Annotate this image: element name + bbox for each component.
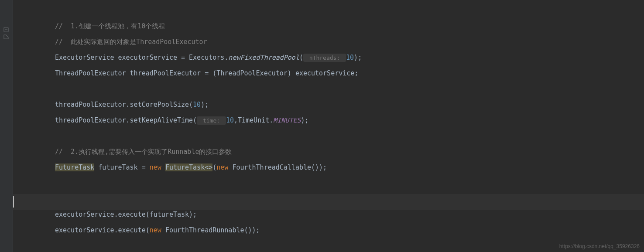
code-line: // 此处实际返回的对象是ThreadPoolExecutor (13, 34, 644, 50)
collapse-icon[interactable] (3, 26, 10, 33)
code-line: // 1.创建一个线程池，有10个线程 (13, 18, 644, 34)
number-literal: 10 (226, 116, 234, 124)
parameter-hint: time: (197, 116, 226, 125)
code-line: executorService.execute(futureTask); (13, 207, 644, 222)
code-text: ); (301, 116, 309, 124)
comment: // 1.创建一个线程池，有10个线程 (55, 22, 165, 30)
keyword: new (150, 226, 165, 234)
number-literal: 10 (346, 54, 354, 61)
code-text: executorService.execute( (55, 226, 150, 234)
code-text: threadPoolExecutor.setCorePoolSize( (55, 101, 193, 109)
parameter-hint: nThreads: (303, 54, 346, 62)
code-line: ThreadPoolExecutor threadPoolExecutor = … (13, 65, 644, 81)
code-line: ExecutorService executorService = Execut… (13, 50, 644, 65)
number-literal: 10 (193, 101, 201, 109)
code-text: ThreadPoolExecutor threadPoolExecutor = … (55, 69, 358, 77)
code-line: FutureTask futureTask = new FutureTask<>… (13, 160, 644, 175)
enum-constant: MINUTES (273, 116, 301, 124)
comment: // 此处实际返回的对象是ThreadPoolExecutor (55, 38, 207, 46)
code-text: futureTask = (94, 163, 149, 171)
paren: ( (212, 163, 216, 171)
code-text: threadPoolExecutor.setKeepAliveTime( (55, 116, 197, 124)
keyword: new (150, 163, 165, 171)
code-text: FourthThreadCallable()); (232, 163, 327, 171)
editor-gutter (0, 0, 13, 252)
code-line-blank (13, 3, 644, 18)
code-line: // 2.执行线程,需要传入一个实现了Runnable的接口参数 (13, 144, 644, 160)
code-text: ); (201, 101, 209, 109)
keyword: new (216, 163, 232, 171)
code-text: ); (354, 54, 362, 61)
comment: // 2.执行线程,需要传入一个实现了Runnable的接口参数 (55, 148, 232, 156)
code-text: executorService.execute(futureTask); (55, 211, 197, 218)
code-line-blank (13, 128, 644, 144)
code-line-blank (13, 81, 644, 97)
code-line-current (13, 191, 644, 207)
warning-highlight: FutureTask<> (165, 163, 212, 171)
fold-icon[interactable] (3, 33, 10, 40)
code-text: FourthThreadRunnable()); (165, 226, 260, 234)
watermark-text: https://blog.csdn.net/qq_35926326 (559, 243, 640, 249)
code-text: ExecutorService executorService = Execut… (55, 54, 228, 61)
code-line: threadPoolExecutor.setCorePoolSize(10); (13, 97, 644, 112)
paren: ( (299, 54, 303, 61)
code-line: executorService.execute(new FourthThread… (13, 222, 644, 238)
code-editor[interactable]: public static void main(String[] args) {… (13, 0, 644, 252)
code-line-blank (13, 175, 644, 191)
code-text: ,TimeUnit. (234, 116, 273, 124)
text-caret (13, 196, 14, 208)
code-line: threadPoolExecutor.setKeepAliveTime( tim… (13, 112, 644, 128)
static-method: newFixedThreadPool (228, 54, 299, 61)
warning-highlight: FutureTask (55, 163, 94, 171)
